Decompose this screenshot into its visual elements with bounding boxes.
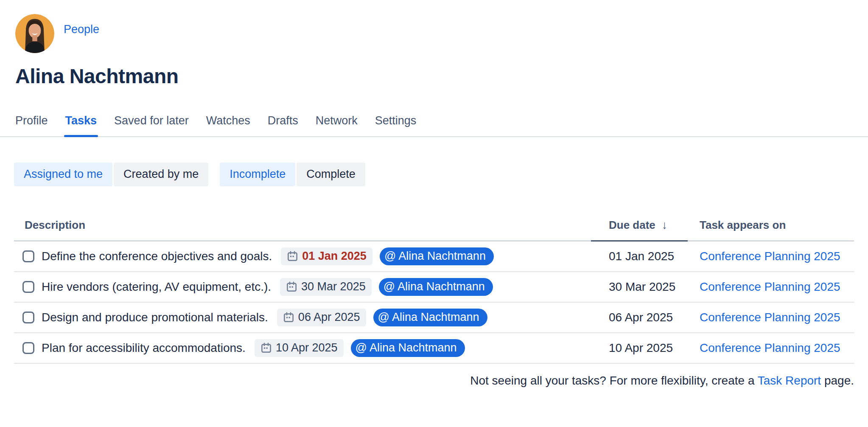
breadcrumb-people-link[interactable]: People [64,23,99,36]
calendar-icon [260,342,272,354]
page-title: Alina Nachtmann [15,65,868,88]
mention-pill[interactable]: @ Alina Nachtmann [380,247,494,265]
filter-incomplete[interactable]: Incomplete [220,163,295,186]
task-filters: Assigned to me Created by me Incomplete … [14,163,854,186]
filter-created-by-me[interactable]: Created by me [114,163,208,186]
tab-tasks[interactable]: Tasks [65,114,97,136]
due-date-cell: 30 Mar 2025 [591,272,688,302]
tab-saved-for-later[interactable]: Saved for later [114,114,189,136]
inline-due-date: 30 Mar 2025 [301,280,366,293]
tab-network[interactable]: Network [316,114,358,136]
task-report-link[interactable]: Task Report [758,374,821,387]
task-description: Plan for accessibility accommodations. [42,341,246,355]
filter-complete[interactable]: Complete [297,163,365,186]
inline-due-date: 10 Apr 2025 [276,341,338,354]
task-description: Define the conference objectives and goa… [42,250,272,263]
calendar-icon [287,250,298,262]
mention-pill[interactable]: @ Alina Nachtmann [379,278,493,296]
tab-drafts[interactable]: Drafts [268,114,298,136]
due-date-lozenge: 06 Apr 2025 [277,309,366,326]
due-date-cell: 10 Apr 2025 [591,333,688,363]
tasks-panel: Assigned to me Created by me Incomplete … [14,163,854,388]
task-description: Hire vendors (catering, AV equipment, et… [42,280,271,294]
task-page-link[interactable]: Conference Planning 2025 [700,250,840,263]
inline-due-date: 06 Apr 2025 [298,311,360,324]
table-row: Design and produce promotional materials… [14,302,854,333]
column-header-due-date[interactable]: Due date↓ [591,212,688,241]
task-page-link[interactable]: Conference Planning 2025 [700,311,840,324]
due-date-cell: 06 Apr 2025 [591,302,688,333]
footer-text-after: page. [821,374,854,387]
due-date-lozenge: 01 Jan 2025 [281,247,372,265]
tab-profile[interactable]: Profile [15,114,48,136]
task-page-link[interactable]: Conference Planning 2025 [700,280,840,293]
table-row: Plan for accessibility accommodations. 1 [14,333,854,363]
table-row: Hire vendors (catering, AV equipment, et… [14,272,854,302]
user-profile-page: People Alina Nachtmann Profile Tasks Sav… [0,14,868,388]
task-checkbox[interactable] [22,312,34,323]
footer-text-before: Not seeing all your tasks? For more flex… [470,374,757,387]
avatar [15,14,54,53]
tasks-table: Description Due date↓ Task appears on De… [14,212,854,364]
inline-due-date: 01 Jan 2025 [302,250,367,263]
tab-watches[interactable]: Watches [206,114,250,136]
mention-pill[interactable]: @ Alina Nachtmann [373,309,487,326]
column-header-task-appears-on[interactable]: Task appears on [688,212,854,241]
sort-descending-icon: ↓ [662,219,668,231]
profile-header: People Alina Nachtmann [0,14,868,88]
due-date-lozenge: 30 Mar 2025 [280,278,372,296]
filter-assigned-to-me[interactable]: Assigned to me [14,163,112,186]
column-header-description[interactable]: Description [14,212,591,241]
due-date-lozenge: 10 Apr 2025 [255,339,344,357]
assignment-filter-group: Assigned to me Created by me [14,163,208,186]
task-description: Design and produce promotional materials… [42,311,268,324]
avatar-image [15,14,54,53]
due-date-header-label: Due date [609,219,655,231]
calendar-icon [283,312,294,323]
task-checkbox[interactable] [22,281,34,293]
tasks-footer-note: Not seeing all your tasks? For more flex… [14,374,854,388]
tab-settings[interactable]: Settings [375,114,417,136]
mention-pill[interactable]: @ Alina Nachtmann [351,339,465,357]
table-header-row: Description Due date↓ Task appears on [14,212,854,241]
task-page-link[interactable]: Conference Planning 2025 [700,341,840,354]
table-row: Define the conference objectives and goa… [14,241,854,272]
task-checkbox[interactable] [22,250,34,262]
task-checkbox[interactable] [22,342,34,354]
calendar-icon [286,281,297,292]
status-filter-group: Incomplete Complete [220,163,365,186]
due-date-cell: 01 Jan 2025 [591,241,688,272]
profile-tabs: Profile Tasks Saved for later Watches Dr… [0,114,868,137]
